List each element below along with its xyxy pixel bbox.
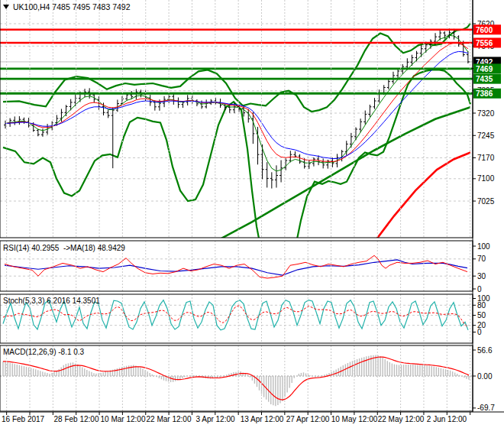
- axis-tick-label: 0: [477, 328, 482, 336]
- time-axis-label: 3 Apr 12:00: [195, 415, 234, 423]
- time-axis-label: 10 Mar 12:00: [101, 415, 146, 423]
- chart-window: 7620754574707395732072457170710070251007…: [0, 0, 504, 428]
- chart-title: UK100,H4 7485 7495 7483 7492: [13, 2, 131, 11]
- time-axis-label: 27 Apr 12:00: [286, 415, 330, 423]
- axis-tick-label: 7025: [477, 197, 495, 206]
- axis-tick-label: 7170: [477, 154, 495, 162]
- time-axis-label: 22 May 12:00: [378, 415, 425, 423]
- axis-tick-label: 0.00: [477, 372, 493, 381]
- price-panel: [0, 24, 473, 250]
- trend-ma-red: [373, 152, 470, 244]
- chart-title-bar: UK100,H4 7485 7495 7483 7492: [3, 2, 131, 11]
- stoch-indicator-label: Stoch(5,3,3) 6.2016 14.3501: [3, 297, 100, 306]
- price-badge-label: 7600: [476, 26, 493, 34]
- time-axis-label: 10 May 12:00: [331, 415, 378, 423]
- time-axis-label: 16 Feb 2017: [2, 415, 44, 423]
- macd-indicator-label: MACD(12,26,9) -8.1 0.3: [3, 348, 84, 357]
- macd-panel: [0, 355, 473, 407]
- symbol-dropdown-icon[interactable]: [3, 5, 9, 9]
- rsi-indicator-label: RSI(14) 40.2955 ->MA(18) 48.9429: [3, 244, 125, 253]
- price-badge-label: 7469: [476, 65, 493, 73]
- rsi-panel: [0, 255, 473, 278]
- time-axis-label: 28 Feb 12:00: [54, 415, 99, 423]
- time-axis-label: 22 Mar 12:00: [147, 415, 192, 423]
- axis-tick-label: 7245: [477, 131, 495, 140]
- time-axis-label: 2 Jun 12:00: [427, 415, 467, 423]
- axis-tick-label: 70: [477, 255, 486, 263]
- axis-tick-label: 30: [477, 272, 486, 280]
- time-axis-label: 13 Apr 12:00: [241, 415, 284, 423]
- axis-tick-label: 100: [477, 242, 490, 251]
- axis-tick-label: 50: [477, 311, 486, 319]
- chart-canvas: 7620754574707395732072457170710070251007…: [0, 0, 504, 428]
- axis-tick-label: 7320: [477, 109, 495, 118]
- ma-line-ma_fast_green: [5, 35, 468, 170]
- price-badge-label: 7556: [476, 39, 493, 47]
- axis-tick-label: 56.6: [477, 346, 493, 355]
- axis-tick-label: 7100: [477, 174, 495, 183]
- time-axis: 16 Feb 201728 Feb 12:0010 Mar 12:0022 Ma…: [0, 412, 504, 428]
- axis-tick-label: 0: [477, 285, 482, 293]
- axis-tick-label: -69.7: [477, 404, 495, 412]
- stoch-d-line: [3, 306, 467, 327]
- price-badge-label: 7386: [476, 89, 493, 98]
- axis-tick-label: 80: [477, 301, 486, 310]
- price-badge-label: 7435: [476, 75, 493, 83]
